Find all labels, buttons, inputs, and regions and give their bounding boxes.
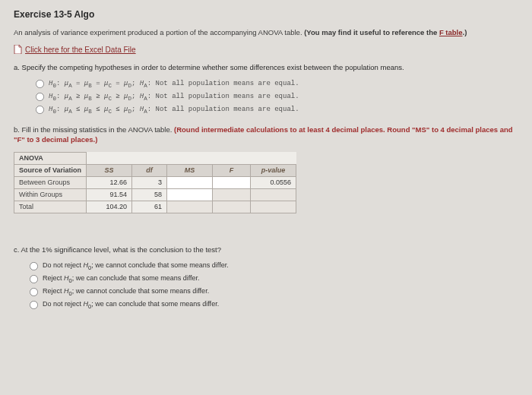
r3-ms	[167, 201, 213, 213]
row-between-label: Between Groups	[14, 176, 87, 188]
r2-p	[251, 188, 296, 201]
row-total-label: Total	[14, 201, 87, 213]
conclusion-option-1[interactable]: Do not reject H0; we cannot conclude tha…	[29, 261, 518, 271]
part-b-a: b. Fill in the missing statistics in the…	[14, 125, 174, 134]
conc2-text: Reject H0; we can conclude that some mea…	[43, 274, 200, 284]
hypothesis-option-2[interactable]: H0: μA ≥ μB ≥ μC ≥ μD; HA: Not all popul…	[35, 92, 518, 102]
r2-df: 58	[132, 188, 167, 201]
r2-f	[213, 188, 251, 201]
table-row: Within Groups 91.54 58	[14, 188, 296, 201]
col-ss: SS	[87, 164, 132, 176]
hyp2-text: H0: μA ≥ μB ≥ μC ≥ μD; HA: Not all popul…	[49, 93, 299, 102]
f-table-link[interactable]: F table	[439, 28, 463, 36]
conclusion-options: Do not reject H0; we cannot conclude tha…	[29, 261, 518, 310]
col-f: F	[213, 164, 251, 176]
intro-part-b: (You may find it useful to reference the	[304, 28, 439, 36]
conc4-text: Do not reject H0; we can conclude that s…	[43, 300, 219, 310]
radio-conc-2[interactable]	[30, 275, 38, 283]
radio-hyp-1[interactable]	[36, 80, 44, 88]
conc1-text: Do not reject H0; we cannot conclude tha…	[43, 261, 229, 271]
excel-data-link[interactable]: Click here for the Excel Data File	[14, 45, 136, 54]
r3-f	[213, 201, 251, 213]
col-source: Source of Variation	[14, 164, 87, 176]
anova-header: ANOVA	[14, 152, 87, 164]
row-within-label: Within Groups	[14, 188, 87, 201]
table-row: Between Groups 12.66 3 0.0556	[14, 176, 296, 188]
r2-ms-input[interactable]	[167, 188, 213, 201]
exercise-title: Exercise 13-5 Algo	[14, 9, 518, 20]
hypothesis-option-1[interactable]: H0: μA = μB = μC = μD; HA: Not all popul…	[35, 79, 518, 89]
r3-df: 61	[132, 201, 167, 213]
intro-part-c: .)	[463, 28, 467, 36]
file-icon	[14, 45, 22, 54]
part-a-text: a. Specify the competing hypotheses in o…	[14, 63, 518, 71]
conclusion-option-2[interactable]: Reject H0; we can conclude that some mea…	[29, 274, 518, 284]
hypothesis-options: H0: μA = μB = μC = μD; HA: Not all popul…	[35, 79, 518, 115]
r1-f-input[interactable]	[213, 176, 251, 188]
radio-hyp-2[interactable]	[36, 93, 44, 101]
r1-ms-input[interactable]	[167, 176, 213, 188]
conclusion-option-3[interactable]: Reject H0; we cannot conclude that some …	[29, 287, 518, 297]
hypothesis-option-3[interactable]: H0: μA ≤ μB ≤ μC ≤ μD; HA: Not all popul…	[35, 105, 518, 115]
r2-ss: 91.54	[87, 188, 132, 201]
r1-p: 0.0556	[251, 176, 296, 188]
radio-hyp-3[interactable]	[36, 106, 44, 114]
conc3-text: Reject H0; we cannot conclude that some …	[43, 287, 209, 297]
intro-part-a: An analysis of variance experiment produ…	[14, 28, 304, 36]
col-df: df	[132, 164, 167, 176]
intro-text: An analysis of variance experiment produ…	[14, 27, 518, 37]
radio-conc-3[interactable]	[30, 288, 38, 296]
excel-link-label: Click here for the Excel Data File	[25, 46, 136, 54]
anova-table: ANOVA Source of Variation SS df MS F p-v…	[14, 152, 296, 213]
radio-conc-4[interactable]	[30, 301, 38, 309]
hyp3-text: H0: μA ≤ μB ≤ μC ≤ μD; HA: Not all popul…	[49, 106, 299, 115]
col-pvalue: p-value	[251, 164, 296, 176]
radio-conc-1[interactable]	[30, 262, 38, 270]
r1-ss: 12.66	[87, 176, 132, 188]
conclusion-option-4[interactable]: Do not reject H0; we can conclude that s…	[29, 300, 518, 310]
r1-df: 3	[132, 176, 167, 188]
part-b-text: b. Fill in the missing statistics in the…	[14, 125, 518, 144]
col-ms: MS	[167, 164, 213, 176]
table-row: Total 104.20 61	[14, 201, 296, 213]
hyp1-text: H0: μA = μB = μC = μD; HA: Not all popul…	[49, 80, 299, 89]
r3-p	[251, 201, 296, 213]
part-c-text: c. At the 1% significance level, what is…	[14, 245, 518, 254]
r3-ss: 104.20	[87, 201, 132, 213]
